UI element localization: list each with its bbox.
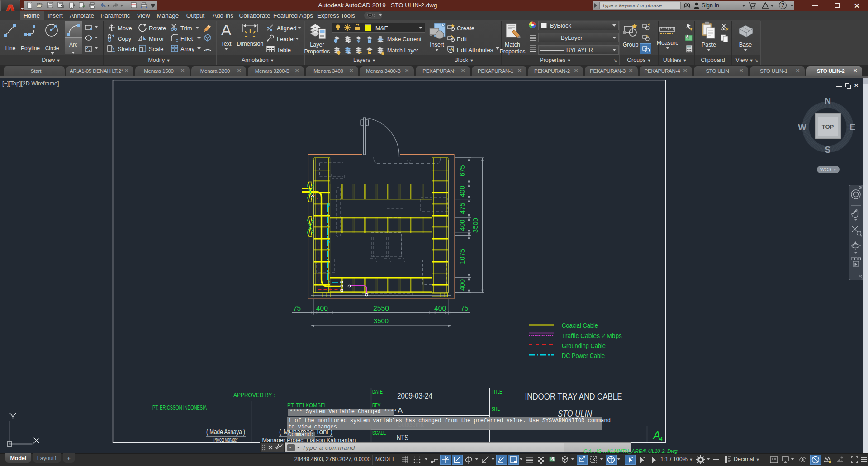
svg-text:400: 400 xyxy=(458,220,466,231)
svg-text:400: 400 xyxy=(458,279,466,291)
svg-text:75: 75 xyxy=(293,304,301,312)
svg-text:PT. ERICSSON INDONESIA: PT. ERICSSON INDONESIA xyxy=(152,405,207,411)
svg-text:TOP: TOP xyxy=(822,123,834,130)
svg-text:2550: 2550 xyxy=(373,304,389,312)
svg-text:REV: REV xyxy=(372,402,380,409)
svg-text:Traffic Cables 2 Mbps: Traffic Cables 2 Mbps xyxy=(562,332,622,339)
svg-text:NTS: NTS xyxy=(397,433,408,442)
svg-text:SCALE: SCALE xyxy=(372,430,386,436)
svg-text:Project Manager: Project Manager xyxy=(214,437,238,443)
svg-text:TITLE: TITLE xyxy=(492,389,502,395)
svg-text:S: S xyxy=(825,145,830,155)
svg-text:400: 400 xyxy=(316,304,328,312)
svg-text:475: 475 xyxy=(458,202,466,214)
svg-text:W: W xyxy=(798,122,806,132)
svg-text:A: A xyxy=(398,406,403,415)
svg-text:DATE: DATE xyxy=(372,389,383,395)
svg-text:2009-03-24: 2009-03-24 xyxy=(397,391,432,400)
svg-text:Coaxial Cable: Coaxial Cable xyxy=(562,321,598,329)
svg-text:400: 400 xyxy=(458,186,466,197)
svg-text:N: N xyxy=(825,96,831,106)
svg-text:PT. TELKOMSEL: PT. TELKOMSEL xyxy=(287,402,327,409)
svg-text:75: 75 xyxy=(461,304,469,312)
svg-text:400: 400 xyxy=(434,304,446,312)
svg-text:Grounding Cable: Grounding Cable xyxy=(562,342,606,349)
svg-text:1075: 1075 xyxy=(458,249,466,264)
svg-text:675: 675 xyxy=(458,165,466,176)
svg-text:APPROVED BY :: APPROVED BY : xyxy=(233,391,275,399)
svg-text:3500: 3500 xyxy=(471,218,479,233)
svg-text:SITE: SITE xyxy=(492,406,500,412)
svg-text:( Made Asnaya ): ( Made Asnaya ) xyxy=(206,428,245,436)
svg-text:E: E xyxy=(849,122,855,132)
svg-text:3500: 3500 xyxy=(374,317,389,325)
svg-text:4: 4 xyxy=(659,435,662,442)
svg-text:INDOOR TRAY AND CABLE: INDOOR TRAY AND CABLE xyxy=(525,391,622,401)
svg-text:DC Power Cable: DC Power Cable xyxy=(562,352,605,359)
